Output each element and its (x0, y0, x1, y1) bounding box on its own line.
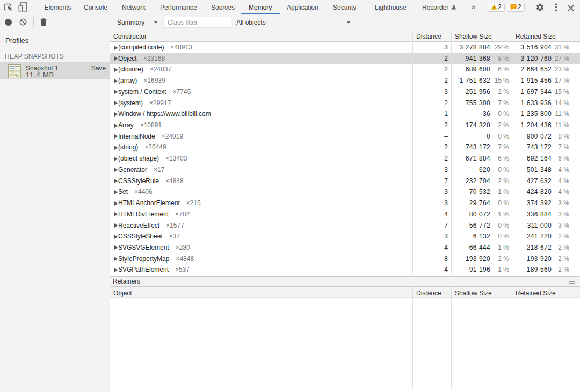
svg-text:%: % (15, 73, 19, 78)
